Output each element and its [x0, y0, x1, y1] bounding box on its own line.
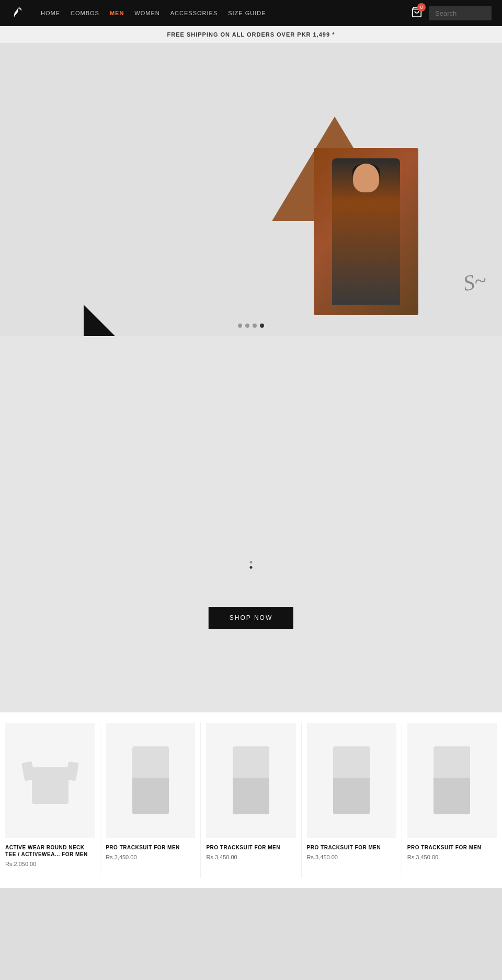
- navbar: HOME COMBOS MEN WOMEN ACCESSORIES SIZE G…: [0, 0, 502, 26]
- product-card-1[interactable]: PRO TRACKSUIT FOR MEN Rs.3,450.00: [100, 723, 201, 878]
- hero-model-image: [314, 148, 418, 315]
- nav-link-home[interactable]: HOME: [41, 10, 60, 16]
- second-dots: [250, 561, 253, 569]
- hero-content: S~: [0, 43, 502, 336]
- cart-badge: 0: [417, 3, 426, 11]
- nav-link-women[interactable]: WOMEN: [134, 10, 159, 16]
- tracksuit-silhouette-1: [130, 746, 172, 814]
- hero-slider[interactable]: S~: [0, 43, 502, 336]
- slider-dot-2[interactable]: [245, 324, 249, 328]
- product-image-4: [407, 723, 497, 838]
- hero-black-corner: [84, 305, 115, 336]
- slider-dot-1[interactable]: [238, 324, 242, 328]
- nav-link-size-guide[interactable]: SIZE GUIDE: [228, 10, 266, 16]
- product-name-3: PRO TRACKSUIT FOR MEN: [307, 844, 396, 851]
- product-image-1: [106, 723, 195, 838]
- search-input[interactable]: [429, 6, 492, 20]
- product-name-2: PRO TRACKSUIT FOR MEN: [206, 844, 295, 851]
- nav-link-men[interactable]: MEN: [110, 10, 124, 16]
- promo-text: FREE SHIPPING ON ALL ORDERS OVER PKR 1,4…: [167, 31, 335, 38]
- shop-now-button[interactable]: SHOP NOW: [209, 607, 293, 629]
- tracksuit-silhouette-3: [330, 746, 372, 814]
- tracksuit-silhouette-4: [431, 746, 473, 814]
- product-price-0: Rs.2,050.00: [5, 861, 95, 867]
- nav-right: 0: [411, 6, 492, 20]
- tee-silhouette: [29, 757, 71, 804]
- logo[interactable]: [10, 5, 25, 21]
- product-price-1: Rs.3,450.00: [106, 854, 195, 860]
- nav-links: HOME COMBOS MEN WOMEN ACCESSORIES SIZE G…: [41, 10, 411, 16]
- second-dot-1[interactable]: [250, 561, 253, 563]
- cart-icon-wrap[interactable]: 0: [411, 6, 423, 20]
- bottom-section: [0, 888, 502, 980]
- slider-dots: [238, 324, 264, 328]
- slider-dot-4[interactable]: [260, 324, 264, 328]
- product-price-4: Rs.3,450.00: [407, 854, 497, 860]
- products-grid: ACTIVE WEAR ROUND NECK TEE / ACTIVEWEA..…: [0, 723, 502, 878]
- second-dot-2[interactable]: [250, 566, 253, 569]
- slider-dot-3[interactable]: [253, 324, 257, 328]
- product-image-0: [5, 723, 95, 838]
- nav-link-combos[interactable]: COMBOS: [71, 10, 99, 16]
- product-name-0: ACTIVE WEAR ROUND NECK TEE / ACTIVEWEA..…: [5, 844, 95, 858]
- product-card-3[interactable]: PRO TRACKSUIT FOR MEN Rs.3,450.00: [302, 723, 402, 878]
- product-price-2: Rs.3,450.00: [206, 854, 295, 860]
- tracksuit-silhouette-2: [230, 746, 272, 814]
- product-card-0[interactable]: ACTIVE WEAR ROUND NECK TEE / ACTIVEWEA..…: [0, 723, 100, 878]
- promo-strip: FREE SHIPPING ON ALL ORDERS OVER PKR 1,4…: [0, 26, 502, 43]
- product-name-4: PRO TRACKSUIT FOR MEN: [407, 844, 497, 851]
- nav-link-accessories[interactable]: ACCESSORIES: [170, 10, 218, 16]
- product-card-2[interactable]: PRO TRACKSUIT FOR MEN Rs.3,450.00: [201, 723, 301, 878]
- hero-script-decoration: S~: [461, 268, 488, 296]
- second-section: SHOP NOW: [0, 336, 502, 712]
- product-image-3: [307, 723, 396, 838]
- product-image-2: [206, 723, 295, 838]
- hero-model-head: [353, 164, 379, 192]
- product-card-4[interactable]: PRO TRACKSUIT FOR MEN Rs.3,450.00: [402, 723, 502, 878]
- logo-icon: [10, 5, 25, 19]
- product-price-3: Rs.3,450.00: [307, 854, 396, 860]
- hero-model-figure: [332, 158, 400, 305]
- product-name-1: PRO TRACKSUIT FOR MEN: [106, 844, 195, 851]
- products-section: ACTIVE WEAR ROUND NECK TEE / ACTIVEWEA..…: [0, 712, 502, 888]
